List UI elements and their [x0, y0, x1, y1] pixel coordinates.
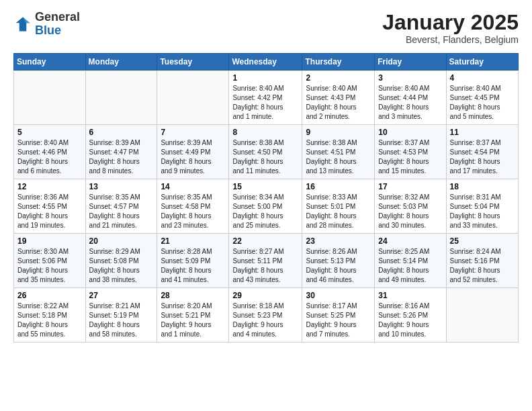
day-number: 19	[17, 236, 82, 246]
day-info: Sunrise: 8:27 AMSunset: 5:11 PMDaylight:…	[232, 247, 298, 285]
title-block: January 2025 Beverst, Flanders, Belgium	[382, 11, 519, 45]
calendar-cell: 31Sunrise: 8:16 AMSunset: 5:26 PMDayligh…	[375, 288, 446, 342]
day-info: Sunrise: 8:38 AMSunset: 4:51 PMDaylight:…	[306, 138, 371, 176]
day-info: Sunrise: 8:37 AMSunset: 4:54 PMDaylight:…	[450, 138, 515, 176]
day-number: 1	[232, 73, 298, 83]
day-number: 13	[89, 182, 154, 191]
calendar-cell: 5Sunrise: 8:40 AMSunset: 4:46 PMDaylight…	[14, 125, 86, 179]
calendar-cell: 13Sunrise: 8:35 AMSunset: 4:57 PMDayligh…	[85, 179, 157, 234]
day-info: Sunrise: 8:37 AMSunset: 4:53 PMDaylight:…	[378, 138, 442, 176]
calendar-cell: 19Sunrise: 8:30 AMSunset: 5:06 PMDayligh…	[14, 234, 86, 288]
day-number: 25	[450, 236, 515, 246]
calendar-cell: 22Sunrise: 8:27 AMSunset: 5:11 PMDayligh…	[229, 234, 302, 288]
day-info: Sunrise: 8:33 AMSunset: 5:01 PMDaylight:…	[306, 193, 371, 230]
header-friday: Friday	[375, 54, 446, 71]
day-number: 9	[306, 128, 371, 137]
day-number: 27	[89, 291, 154, 300]
logo-blue-text: Blue	[35, 24, 61, 37]
day-number: 14	[161, 182, 225, 191]
calendar-cell: 26Sunrise: 8:22 AMSunset: 5:18 PMDayligh…	[14, 288, 86, 342]
day-number: 17	[378, 182, 442, 191]
calendar-header-row: Sunday Monday Tuesday Wednesday Thursday…	[14, 54, 519, 71]
header-tuesday: Tuesday	[157, 54, 229, 71]
day-info: Sunrise: 8:32 AMSunset: 5:03 PMDaylight:…	[378, 193, 442, 230]
day-info: Sunrise: 8:18 AMSunset: 5:23 PMDaylight:…	[232, 302, 298, 339]
calendar-title: January 2025	[382, 11, 519, 34]
calendar-cell: 17Sunrise: 8:32 AMSunset: 5:03 PMDayligh…	[375, 179, 446, 234]
header: General Blue January 2025 Beverst, Fland…	[13, 11, 519, 45]
logo: General Blue	[13, 11, 80, 38]
day-info: Sunrise: 8:38 AMSunset: 4:50 PMDaylight:…	[232, 138, 298, 176]
calendar-week-5: 26Sunrise: 8:22 AMSunset: 5:18 PMDayligh…	[14, 288, 519, 342]
day-info: Sunrise: 8:29 AMSunset: 5:08 PMDaylight:…	[89, 247, 154, 285]
calendar-cell: 28Sunrise: 8:20 AMSunset: 5:21 PMDayligh…	[157, 288, 229, 342]
svg-marker-0	[16, 17, 30, 31]
day-number: 21	[161, 236, 225, 246]
calendar-cell: 25Sunrise: 8:24 AMSunset: 5:16 PMDayligh…	[446, 234, 518, 288]
calendar-week-4: 19Sunrise: 8:30 AMSunset: 5:06 PMDayligh…	[14, 234, 519, 288]
calendar-cell	[157, 71, 229, 125]
day-number: 24	[378, 236, 442, 246]
day-info: Sunrise: 8:39 AMSunset: 4:47 PMDaylight:…	[89, 138, 154, 176]
calendar-cell: 12Sunrise: 8:36 AMSunset: 4:55 PMDayligh…	[14, 179, 86, 234]
calendar-week-3: 12Sunrise: 8:36 AMSunset: 4:55 PMDayligh…	[14, 179, 519, 234]
day-info: Sunrise: 8:21 AMSunset: 5:19 PMDaylight:…	[89, 302, 154, 339]
day-info: Sunrise: 8:40 AMSunset: 4:43 PMDaylight:…	[306, 84, 371, 122]
logo-icon	[13, 15, 32, 34]
calendar-subtitle: Beverst, Flanders, Belgium	[382, 34, 519, 45]
day-info: Sunrise: 8:16 AMSunset: 5:26 PMDaylight:…	[378, 302, 442, 339]
day-info: Sunrise: 8:17 AMSunset: 5:25 PMDaylight:…	[306, 302, 371, 339]
day-number: 6	[89, 128, 154, 137]
calendar-cell: 29Sunrise: 8:18 AMSunset: 5:23 PMDayligh…	[229, 288, 302, 342]
calendar-cell: 10Sunrise: 8:37 AMSunset: 4:53 PMDayligh…	[375, 125, 446, 179]
day-info: Sunrise: 8:40 AMSunset: 4:46 PMDaylight:…	[17, 138, 82, 176]
calendar-week-2: 5Sunrise: 8:40 AMSunset: 4:46 PMDaylight…	[14, 125, 519, 179]
day-info: Sunrise: 8:31 AMSunset: 5:04 PMDaylight:…	[450, 193, 515, 230]
day-number: 26	[17, 291, 82, 300]
day-info: Sunrise: 8:28 AMSunset: 5:09 PMDaylight:…	[161, 247, 225, 285]
day-info: Sunrise: 8:36 AMSunset: 4:55 PMDaylight:…	[17, 193, 82, 230]
calendar-cell: 30Sunrise: 8:17 AMSunset: 5:25 PMDayligh…	[302, 288, 375, 342]
calendar-cell	[14, 71, 86, 125]
day-info: Sunrise: 8:35 AMSunset: 4:58 PMDaylight:…	[161, 193, 225, 230]
calendar-cell: 11Sunrise: 8:37 AMSunset: 4:54 PMDayligh…	[446, 125, 518, 179]
calendar-cell: 27Sunrise: 8:21 AMSunset: 5:19 PMDayligh…	[85, 288, 157, 342]
calendar-cell	[85, 71, 157, 125]
header-thursday: Thursday	[302, 54, 375, 71]
day-number: 23	[306, 236, 371, 246]
day-number: 30	[306, 291, 371, 300]
day-info: Sunrise: 8:40 AMSunset: 4:45 PMDaylight:…	[450, 84, 515, 122]
day-info: Sunrise: 8:40 AMSunset: 4:42 PMDaylight:…	[232, 84, 298, 122]
day-info: Sunrise: 8:24 AMSunset: 5:16 PMDaylight:…	[450, 247, 515, 285]
day-number: 28	[161, 291, 225, 300]
day-info: Sunrise: 8:39 AMSunset: 4:49 PMDaylight:…	[161, 138, 225, 176]
day-number: 15	[232, 182, 298, 191]
calendar-cell: 14Sunrise: 8:35 AMSunset: 4:58 PMDayligh…	[157, 179, 229, 234]
day-number: 3	[378, 73, 442, 83]
day-info: Sunrise: 8:34 AMSunset: 5:00 PMDaylight:…	[232, 193, 298, 230]
calendar-cell: 16Sunrise: 8:33 AMSunset: 5:01 PMDayligh…	[302, 179, 375, 234]
calendar-table: Sunday Monday Tuesday Wednesday Thursday…	[13, 53, 519, 342]
day-info: Sunrise: 8:40 AMSunset: 4:44 PMDaylight:…	[378, 84, 442, 122]
calendar-cell: 8Sunrise: 8:38 AMSunset: 4:50 PMDaylight…	[229, 125, 302, 179]
day-number: 29	[232, 291, 298, 300]
day-number: 5	[17, 128, 82, 137]
calendar-cell: 7Sunrise: 8:39 AMSunset: 4:49 PMDaylight…	[157, 125, 229, 179]
day-number: 7	[161, 128, 225, 137]
day-number: 16	[306, 182, 371, 191]
day-info: Sunrise: 8:35 AMSunset: 4:57 PMDaylight:…	[89, 193, 154, 230]
header-saturday: Saturday	[446, 54, 518, 71]
header-wednesday: Wednesday	[229, 54, 302, 71]
logo-general-text: General	[35, 10, 80, 24]
day-number: 4	[450, 73, 515, 83]
day-number: 22	[232, 236, 298, 246]
calendar-cell: 23Sunrise: 8:26 AMSunset: 5:13 PMDayligh…	[302, 234, 375, 288]
day-number: 12	[17, 182, 82, 191]
day-info: Sunrise: 8:30 AMSunset: 5:06 PMDaylight:…	[17, 247, 82, 285]
calendar-cell: 2Sunrise: 8:40 AMSunset: 4:43 PMDaylight…	[302, 71, 375, 125]
calendar-cell: 20Sunrise: 8:29 AMSunset: 5:08 PMDayligh…	[85, 234, 157, 288]
header-sunday: Sunday	[14, 54, 86, 71]
day-number: 10	[378, 128, 442, 137]
calendar-cell: 1Sunrise: 8:40 AMSunset: 4:42 PMDaylight…	[229, 71, 302, 125]
day-info: Sunrise: 8:26 AMSunset: 5:13 PMDaylight:…	[306, 247, 371, 285]
